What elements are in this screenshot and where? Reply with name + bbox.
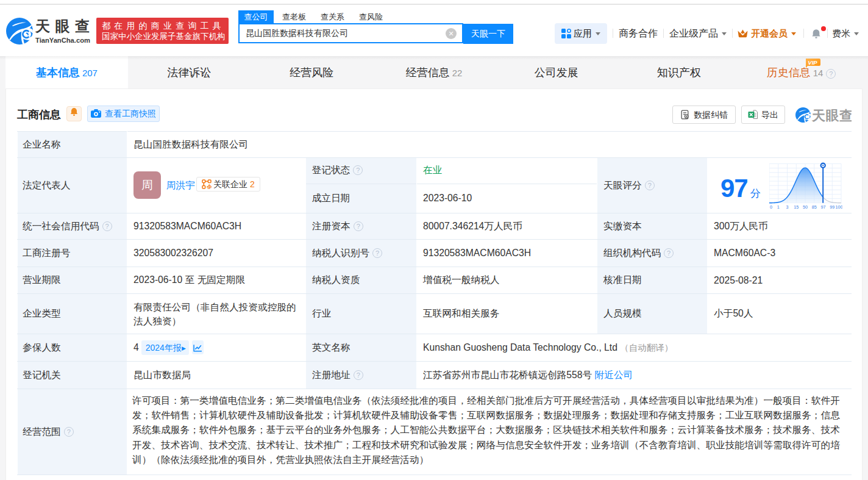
svg-text:0: 0 [770, 204, 772, 210]
svg-text:企: 企 [206, 184, 212, 190]
svg-text:天眼查: 天眼查 [811, 108, 852, 123]
svg-text:3: 3 [786, 204, 789, 210]
svg-text:1: 1 [777, 204, 780, 210]
svg-text:99: 99 [830, 204, 834, 210]
svg-text:100: 100 [836, 204, 843, 210]
svg-text:50: 50 [803, 204, 808, 210]
svg-text:97: 97 [821, 204, 826, 210]
svg-text:15: 15 [794, 204, 799, 210]
svg-text:85: 85 [812, 204, 817, 210]
